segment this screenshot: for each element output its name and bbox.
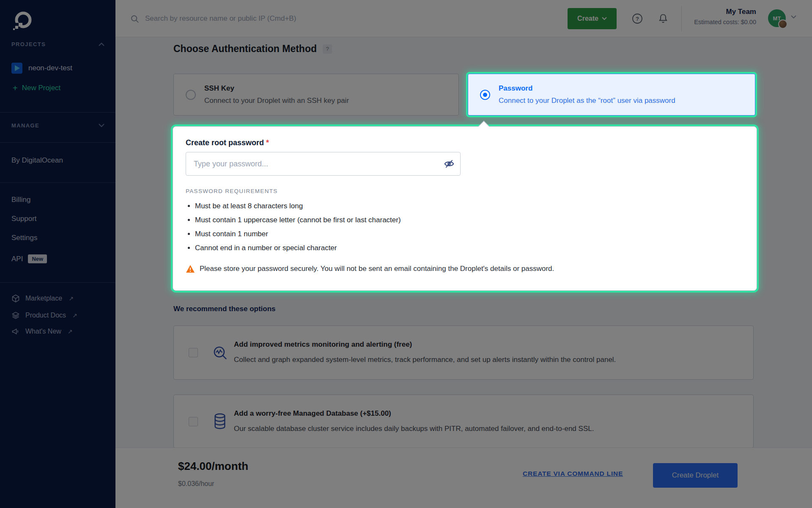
create-root-password-label: Create root password* <box>186 138 269 147</box>
sidebar-item-new-project[interactable]: + New Project <box>13 84 60 92</box>
external-link-icon: ↗ <box>68 328 73 335</box>
external-link-icon: ↗ <box>69 295 74 302</box>
project-icon <box>11 63 22 74</box>
metrics-option-title: Add improved metrics monitoring and aler… <box>234 340 616 349</box>
billing-label: Billing <box>11 196 30 204</box>
create-droplet-button[interactable]: Create Droplet <box>653 463 738 488</box>
sidebar-item-api[interactable]: API New <box>11 254 47 263</box>
topbar: Search by resource name or public IP (Cm… <box>115 0 812 37</box>
ssh-key-description: Connect to your Droplet with an SSH key … <box>204 97 349 105</box>
divider <box>0 142 115 143</box>
metrics-icon <box>213 345 228 361</box>
requirement-item: Must contain 1 number <box>195 230 401 238</box>
sidebar-item-marketplace[interactable]: Marketplace ↗ <box>11 294 74 303</box>
section-header: Choose Authentication Method ? <box>173 43 332 55</box>
divider <box>0 112 115 113</box>
layers-icon <box>11 311 20 320</box>
projects-section-header[interactable]: PROJECTS <box>11 41 104 47</box>
password-input[interactable] <box>186 152 461 176</box>
manage-section-header[interactable]: MANAGE <box>11 122 104 129</box>
password-title: Password <box>499 84 675 93</box>
auth-option-ssh-key[interactable]: SSH Key Connect to your Droplet with an … <box>173 74 459 116</box>
sidebar-item-whats-new[interactable]: What's New ↗ <box>11 327 73 336</box>
price-per-hour: $0.036/hour <box>178 480 214 488</box>
requirement-item: Cannot end in a number or special charac… <box>195 244 401 252</box>
divider <box>0 182 115 183</box>
new-badge: New <box>28 254 47 263</box>
requirement-item: Must be at least 8 characters long <box>195 202 401 210</box>
database-option-title: Add a worry-free Managed Database (+$15.… <box>234 409 594 418</box>
megaphone-icon <box>11 327 20 336</box>
manage-label: MANAGE <box>11 122 39 129</box>
whats-new-label: What's New <box>25 328 61 335</box>
search-icon <box>130 14 139 23</box>
footer-bar: $24.00/month $0.036/hour CREATE VIA COMM… <box>115 448 812 508</box>
sidebar-item-settings[interactable]: Settings <box>11 234 37 242</box>
requirement-item: Must contain 1 uppercase letter (cannot … <box>195 216 401 224</box>
option-card-metrics[interactable]: Add improved metrics monitoring and aler… <box>173 326 754 380</box>
digitalocean-logo-icon[interactable] <box>13 10 33 30</box>
auth-option-password[interactable]: Password Connect to your Droplet as the … <box>468 74 755 116</box>
checkbox-metrics[interactable] <box>189 348 198 357</box>
chevron-down-icon[interactable] <box>791 15 796 19</box>
option-card-database[interactable]: Add a worry-free Managed Database (+$15.… <box>173 395 754 448</box>
password-description: Connect to your Droplet as the “root” us… <box>499 97 675 105</box>
api-label: API <box>11 255 23 263</box>
password-warning: Please store your password securely. You… <box>186 265 554 273</box>
metrics-option-description: Collect and graph expanded system-level … <box>234 356 616 364</box>
create-via-command-line-link[interactable]: CREATE VIA COMMAND LINE <box>523 470 623 478</box>
required-marker: * <box>266 138 269 147</box>
warning-text: Please store your password securely. You… <box>200 265 554 273</box>
radio-password[interactable] <box>480 90 490 100</box>
search-placeholder: Search by resource name or public IP (Cm… <box>145 14 296 23</box>
sidebar: PROJECTS neon-dev-test + New Project MAN… <box>0 0 115 508</box>
password-panel: Create root password* PASSWORD REQUIREME… <box>173 126 757 291</box>
external-link-icon: ↗ <box>72 312 77 319</box>
sidebar-item-billing[interactable]: Billing <box>11 196 30 204</box>
chevron-down-icon <box>99 124 104 127</box>
divider <box>0 282 115 283</box>
database-option-description: Our scalable database cluster service in… <box>234 425 594 433</box>
sidebar-item-project[interactable]: neon-dev-test <box>11 63 72 74</box>
droplet-create-page: PROJECTS neon-dev-test + New Project MAN… <box>0 0 812 508</box>
sidebar-item-product-docs[interactable]: Product Docs ↗ <box>11 311 77 320</box>
ssh-key-title: SSH Key <box>204 84 349 93</box>
page-title: Choose Authentication Method <box>173 43 317 55</box>
plus-icon: + <box>13 85 18 92</box>
panel-notch <box>478 121 489 131</box>
password-requirements-list: Must be at least 8 characters long Must … <box>195 202 401 258</box>
projects-label: PROJECTS <box>11 41 46 47</box>
database-icon <box>213 413 227 430</box>
recommend-title: We recommend these options <box>173 305 276 313</box>
new-project-label: New Project <box>22 84 61 92</box>
marketplace-label: Marketplace <box>25 295 62 302</box>
password-requirements-title: PASSWORD REQUIREMENTS <box>186 188 278 194</box>
support-label: Support <box>11 215 37 223</box>
help-tooltip-icon[interactable]: ? <box>323 44 332 54</box>
settings-label: Settings <box>11 234 37 242</box>
checkbox-database[interactable] <box>189 417 198 426</box>
project-name: neon-dev-test <box>28 64 72 72</box>
label-text: Create root password <box>186 138 264 147</box>
eye-off-icon[interactable] <box>444 158 455 169</box>
avatar-photo <box>778 19 787 29</box>
team-name: My Team <box>602 8 756 16</box>
sidebar-item-by-digitalocean[interactable]: By DigitalOcean <box>11 156 63 165</box>
product-docs-label: Product Docs <box>25 312 66 319</box>
sidebar-item-support[interactable]: Support <box>11 215 37 223</box>
team-info: My Team Estimated costs: $0.00 <box>602 8 756 25</box>
estimated-costs: Estimated costs: $0.00 <box>602 19 756 25</box>
radio-ssh-key[interactable] <box>186 90 196 100</box>
cube-icon <box>11 294 20 303</box>
search-input[interactable]: Search by resource name or public IP (Cm… <box>125 0 446 37</box>
price-per-month: $24.00/month <box>178 460 248 473</box>
create-button-label: Create <box>577 15 598 22</box>
warning-icon <box>186 265 195 273</box>
by-digitalocean-label: By DigitalOcean <box>11 156 63 165</box>
chevron-up-icon <box>99 42 104 46</box>
